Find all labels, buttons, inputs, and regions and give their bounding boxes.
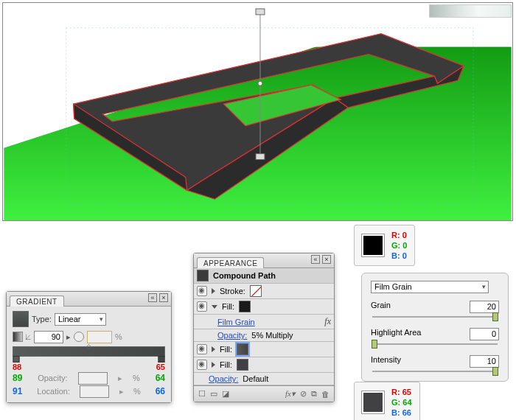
midpoint-icon[interactable]: ◇ bbox=[86, 343, 91, 350]
stroke-label: Stroke: bbox=[220, 287, 245, 295]
fill-row-1[interactable]: Fill: bbox=[194, 299, 334, 315]
type-label: Type: bbox=[32, 315, 52, 323]
fill-label: Fill: bbox=[220, 345, 232, 354]
panel-footer: ☐ ▭ ◪ fx▾ ⊘ ⧉ 🗑 bbox=[194, 385, 334, 402]
fx-icon[interactable]: fx bbox=[324, 316, 331, 327]
appearance-tab[interactable]: APPEARANCE bbox=[197, 257, 264, 268]
fill-swatch[interactable] bbox=[237, 343, 248, 355]
visibility-toggle-icon[interactable] bbox=[197, 344, 207, 354]
appearance-panel: APPEARANCE «× Compound Path Stroke: Fill… bbox=[193, 253, 335, 402]
visibility-toggle-icon[interactable] bbox=[197, 301, 207, 312]
g-value: G: 0 bbox=[391, 240, 407, 251]
appearance-target-row: Compound Path bbox=[194, 268, 334, 284]
b-value: B: 66 bbox=[391, 407, 412, 418]
aspect-input bbox=[87, 331, 112, 343]
highlight-slider[interactable] bbox=[372, 343, 498, 345]
panel-collapse-icon[interactable]: « bbox=[311, 255, 320, 264]
b-value: B: 0 bbox=[391, 251, 407, 261]
clear-appearance-icon[interactable]: ⊘ bbox=[300, 389, 307, 399]
opacity-link[interactable]: Opacity: bbox=[217, 331, 247, 340]
aspect-ratio-icon[interactable] bbox=[74, 332, 84, 342]
grain-input[interactable]: 20 bbox=[470, 301, 499, 313]
add-fill-icon[interactable]: ◪ bbox=[222, 389, 229, 399]
highlight-label: Highlight Area bbox=[371, 328, 422, 340]
visibility-toggle-icon[interactable] bbox=[197, 360, 207, 370]
svg-rect-9 bbox=[256, 154, 265, 160]
fill-label: Fill: bbox=[220, 360, 232, 369]
opacity-link[interactable]: Opacity: bbox=[209, 374, 238, 383]
artwork-3d-letter bbox=[3, 3, 512, 220]
panel-close-icon[interactable]: × bbox=[159, 293, 168, 302]
panel-close-icon[interactable]: × bbox=[322, 255, 331, 264]
disclosure-icon[interactable] bbox=[212, 362, 215, 368]
disclosure-icon[interactable] bbox=[212, 305, 217, 309]
grain-slider[interactable] bbox=[372, 316, 498, 318]
artboard-viewport[interactable] bbox=[2, 2, 513, 221]
panel-tabbar: GRADIENT «× bbox=[7, 292, 171, 307]
gradient-panel: GRADIENT «× Type: Linear ⟀ 90 ▸ % ◇ 88 6… bbox=[6, 291, 172, 403]
angle-icon: ⟀ bbox=[26, 332, 31, 341]
disclosure-icon[interactable] bbox=[212, 288, 215, 294]
svg-rect-8 bbox=[256, 9, 265, 15]
pct-label-3: % bbox=[133, 387, 141, 396]
top-gradient-swatch bbox=[429, 4, 512, 18]
opacity-dropdown-icon[interactable]: ▸ bbox=[118, 374, 122, 383]
location-dropdown-icon[interactable]: ▸ bbox=[119, 387, 124, 396]
panel-collapse-icon[interactable]: « bbox=[148, 293, 157, 302]
left-g: 89 bbox=[13, 373, 27, 383]
color-chip-darkgray: R: 65 G: 64 B: 66 bbox=[354, 382, 420, 420]
panel-tabbar: APPEARANCE «× bbox=[194, 253, 334, 268]
r-value: R: 0 bbox=[391, 230, 407, 240]
intensity-input[interactable]: 10 bbox=[470, 355, 499, 368]
g-value: G: 64 bbox=[391, 397, 412, 407]
fill-row-2[interactable]: Fill: bbox=[194, 342, 334, 357]
reverse-gradient-icon[interactable] bbox=[13, 332, 23, 342]
fill-swatch[interactable] bbox=[239, 301, 251, 312]
fill-row-3[interactable]: Fill: bbox=[194, 357, 334, 373]
right-r: 65 bbox=[150, 363, 165, 371]
opacity-label: Opacity: bbox=[38, 374, 67, 382]
grain-label: Grain bbox=[371, 301, 391, 313]
fill-swatch[interactable] bbox=[237, 359, 248, 371]
r-value: R: 65 bbox=[391, 387, 412, 397]
opacity-default: Default bbox=[243, 374, 268, 383]
angle-dropdown-icon[interactable]: ▸ bbox=[66, 332, 71, 342]
gradient-preview-swatch[interactable] bbox=[13, 311, 29, 327]
new-art-basic-icon[interactable]: ☐ bbox=[198, 389, 206, 399]
add-effect-icon[interactable]: fx▾ bbox=[285, 389, 296, 399]
effect-row[interactable]: Film Grain fx bbox=[194, 315, 334, 329]
location-label: Location: bbox=[37, 387, 70, 396]
stop-opacity-input bbox=[78, 372, 108, 385]
default-opacity-row[interactable]: Opacity: Default bbox=[194, 373, 334, 385]
duplicate-icon[interactable]: ⧉ bbox=[311, 389, 317, 399]
angle-input[interactable]: 90 bbox=[34, 331, 63, 343]
gradient-tab[interactable]: GRADIENT bbox=[10, 295, 64, 307]
target-thumb bbox=[197, 270, 209, 281]
filter-options-panel: Film Grain Grain20 Highlight Area0 Inten… bbox=[361, 273, 509, 382]
pct-label-1: % bbox=[115, 332, 122, 341]
opacity-value: 5% Multiply bbox=[251, 331, 293, 340]
intensity-slider[interactable] bbox=[372, 371, 498, 372]
delete-icon[interactable]: 🗑 bbox=[321, 390, 330, 399]
color-chip-black: R: 0 G: 0 B: 0 bbox=[354, 225, 415, 266]
swatch-darkgray bbox=[362, 391, 384, 413]
target-label: Compound Path bbox=[213, 271, 276, 280]
filter-name-select[interactable]: Film Grain bbox=[371, 281, 489, 293]
gradient-stop-right[interactable] bbox=[158, 356, 164, 363]
svg-point-10 bbox=[258, 81, 262, 85]
visibility-toggle-icon[interactable] bbox=[197, 286, 207, 296]
gradient-type-select[interactable]: Linear bbox=[55, 313, 106, 326]
gradient-ramp[interactable]: ◇ bbox=[13, 346, 165, 357]
stroke-row[interactable]: Stroke: bbox=[194, 284, 334, 299]
gradient-stop-left[interactable] bbox=[13, 356, 20, 363]
stroke-swatch[interactable] bbox=[250, 285, 262, 297]
stop-location-input bbox=[80, 385, 109, 398]
pct-label-2: % bbox=[133, 374, 140, 382]
intensity-label: Intensity bbox=[371, 355, 401, 368]
disclosure-icon[interactable] bbox=[212, 346, 215, 352]
highlight-input[interactable]: 0 bbox=[470, 328, 499, 340]
left-b: 91 bbox=[13, 386, 27, 396]
effect-link[interactable]: Film Grain bbox=[217, 318, 255, 326]
fill-opacity-row[interactable]: Opacity: 5% Multiply bbox=[194, 329, 334, 342]
add-stroke-icon[interactable]: ▭ bbox=[210, 389, 217, 399]
